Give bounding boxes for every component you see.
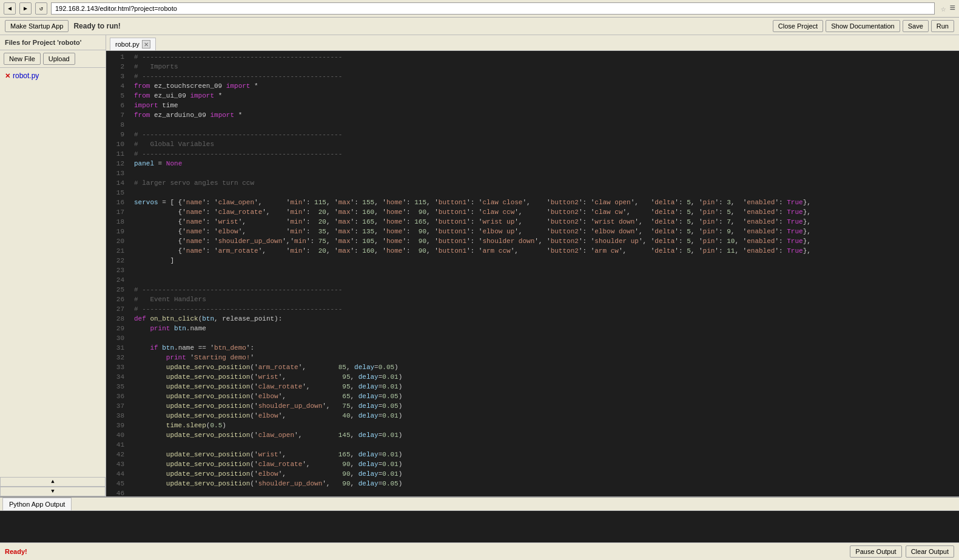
output-status: Ready! [5, 548, 27, 555]
bookmark-icon: ☆ [941, 4, 946, 14]
file-name[interactable]: robot.py [13, 72, 39, 80]
reload-button[interactable]: ↺ [35, 2, 47, 15]
sidebar-scroll-up[interactable]: ▲ [0, 477, 106, 487]
close-project-button[interactable]: Close Project [773, 20, 823, 32]
clear-output-button[interactable]: Clear Output [906, 545, 954, 558]
new-file-button[interactable]: New File [4, 53, 41, 65]
back-button[interactable]: ◀ [4, 2, 16, 15]
code-content[interactable]: # --------------------------------------… [129, 51, 959, 496]
menu-icon: ≡ [949, 3, 955, 14]
output-tabs: Python App Output [0, 498, 959, 511]
status-text: Ready to run! [73, 22, 120, 30]
sidebar-file-list: ✕ robot.py [0, 68, 106, 477]
file-tab[interactable]: robot.py ✕ [110, 38, 156, 50]
file-tabs: robot.py ✕ [106, 35, 959, 51]
run-button[interactable]: Run [931, 20, 954, 32]
content-area: Files for Project 'roboto' New File Uplo… [0, 35, 959, 496]
sidebar-scroll-down[interactable]: ▼ [0, 487, 106, 496]
pause-output-button[interactable]: Pause Output [850, 545, 901, 558]
sidebar: Files for Project 'roboto' New File Uplo… [0, 35, 106, 496]
toolbar-right: Close Project Show Documentation Save Ru… [773, 20, 954, 32]
output-content [0, 511, 959, 542]
sidebar-buttons: New File Upload [0, 50, 106, 68]
file-delete-icon[interactable]: ✕ [5, 72, 10, 80]
line-numbers: 1234567891011121314151617181920212223242… [106, 51, 129, 496]
app: Make Startup App Ready to run! Close Pro… [0, 18, 959, 560]
toolbar: Make Startup App Ready to run! Close Pro… [0, 18, 959, 35]
output-tab-python[interactable]: Python App Output [2, 498, 72, 510]
list-item[interactable]: ✕ robot.py [2, 70, 103, 81]
tab-close-button[interactable]: ✕ [142, 40, 150, 48]
save-button[interactable]: Save [903, 20, 929, 32]
upload-button[interactable]: Upload [43, 53, 75, 65]
make-startup-button[interactable]: Make Startup App [5, 20, 69, 32]
toolbar-left: Make Startup App Ready to run! [5, 20, 769, 32]
output-area: Python App Output Ready! Pause Output Cl… [0, 496, 959, 560]
tab-label: robot.py [115, 41, 140, 48]
code-editor[interactable]: 1234567891011121314151617181920212223242… [106, 51, 959, 496]
output-controls: Pause Output Clear Output [850, 545, 954, 558]
browser-chrome: ◀ ▶ ↺ ☆ ≡ [0, 0, 959, 18]
output-bottom: Ready! Pause Output Clear Output [0, 542, 959, 560]
address-bar[interactable] [51, 2, 935, 15]
forward-button[interactable]: ▶ [19, 2, 32, 15]
show-docs-button[interactable]: Show Documentation [826, 20, 900, 32]
editor-area: robot.py ✕ 12345678910111213141516171819… [106, 35, 959, 496]
sidebar-title: Files for Project 'roboto' [0, 35, 106, 50]
